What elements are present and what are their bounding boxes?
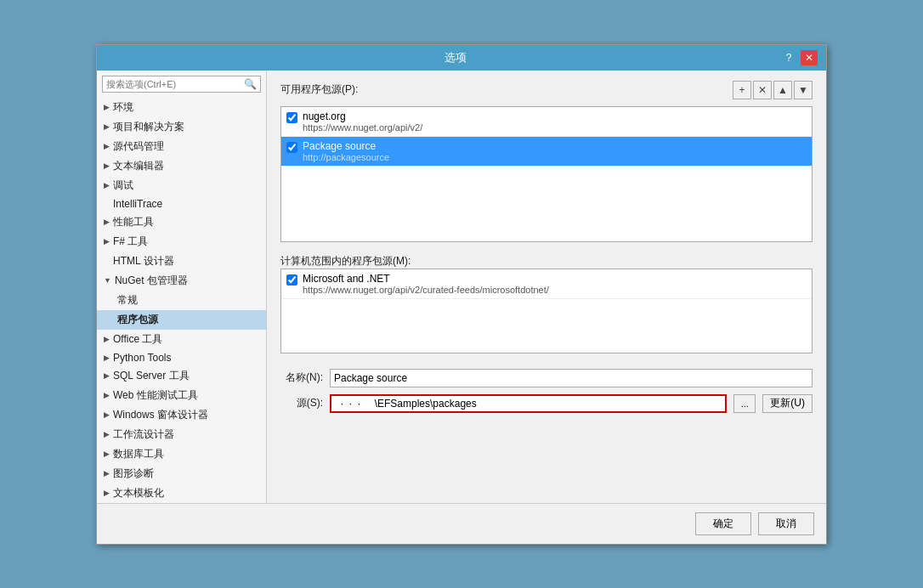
sidebar-item-label: 图形诊断 <box>113 466 154 481</box>
ok-button[interactable]: 确定 <box>695 512 751 535</box>
available-section: 可用程序包源(P): + ✕ ▲ ▼ nuget.org https://www… <box>280 81 813 242</box>
sidebar-item-label: 性能工具 <box>113 215 154 229</box>
name-label: 名称(N): <box>280 370 323 385</box>
sidebar-item-database[interactable]: ▶数据库工具 <box>97 444 266 464</box>
sidebar-item-label: Office 工具 <box>113 332 162 347</box>
sidebar-item-nuget[interactable]: ▼NuGet 包管理器 <box>97 271 266 291</box>
arrow-icon: ▶ <box>104 142 110 150</box>
machine-section: 计算机范围内的程序包源(M): Microsoft and .NET https… <box>280 254 813 353</box>
sidebar-item-nuget-general[interactable]: 常规 <box>97 291 266 310</box>
sidebar-item-env[interactable]: ▶环境 <box>97 98 266 117</box>
source-input[interactable] <box>330 394 727 413</box>
dialog-footer: 确定 取消 <box>97 503 826 544</box>
arrow-icon: ▶ <box>104 237 110 246</box>
pkg-name-custom: Package source <box>303 140 389 152</box>
sidebar-item-fsharp[interactable]: ▶F# 工具 <box>97 232 266 252</box>
arrow-icon: ▶ <box>104 430 110 438</box>
pkg-checkbox-custom[interactable] <box>286 142 297 153</box>
arrow-icon: ▶ <box>104 122 110 131</box>
sidebar-item-source[interactable]: ▶源代码管理 <box>97 137 266 156</box>
search-input[interactable] <box>106 79 244 89</box>
sidebar-item-template[interactable]: ▶文本模板化 <box>97 483 266 503</box>
arrow-icon: ▶ <box>104 103 110 111</box>
sidebar-item-label: 环境 <box>113 100 133 115</box>
arrow-icon: ▶ <box>104 489 110 497</box>
sidebar-item-project[interactable]: ▶项目和解决方案 <box>97 117 266 137</box>
machine-package-row-msdn[interactable]: Microsoft and .NET https://www.nuget.org… <box>281 269 812 299</box>
bottom-form: 名称(N): 源(S): ... 更新(U) <box>280 369 813 413</box>
machine-label: 计算机范围内的程序包源(M): <box>280 255 411 267</box>
pkg-info-custom: Package source http://packagesource <box>303 140 389 162</box>
sidebar-item-label: 常规 <box>117 293 138 308</box>
machine-pkg-checkbox-msdn[interactable] <box>286 274 297 286</box>
sidebar-item-label: 数据库工具 <box>113 447 164 461</box>
sidebar-item-label: HTML 设计器 <box>113 254 174 269</box>
add-source-button[interactable]: + <box>733 81 751 99</box>
sidebar-item-label: 程序包源 <box>117 313 158 327</box>
sidebar-item-label: F# 工具 <box>113 235 148 249</box>
name-row: 名称(N): <box>280 369 813 387</box>
sidebar: 🔍 ▶环境▶项目和解决方案▶源代码管理▶文本编辑器▶调试▶IntelliTrac… <box>97 71 267 503</box>
arrow-icon: ▶ <box>104 391 110 399</box>
pkg-checkbox-nuget[interactable] <box>286 112 297 123</box>
name-input[interactable] <box>330 369 813 387</box>
package-row-nuget[interactable]: nuget.org https://www.nuget.org/api/v2/ <box>281 107 812 137</box>
close-button[interactable]: ✕ <box>801 50 818 65</box>
move-up-button[interactable]: ▲ <box>773 81 792 99</box>
toolbar: + ✕ ▲ ▼ <box>733 81 813 99</box>
package-row-custom[interactable]: Package source http://packagesource <box>281 137 812 167</box>
sidebar-item-texteditor[interactable]: ▶文本编辑器 <box>97 156 266 176</box>
arrow-icon: ▶ <box>104 371 110 380</box>
source-label: 源(S): <box>280 396 323 410</box>
help-button[interactable]: ? <box>780 50 797 65</box>
sidebar-item-python[interactable]: ▶Python Tools <box>97 349 266 366</box>
sidebar-item-office[interactable]: ▶Office 工具 <box>97 330 266 349</box>
sidebar-item-label: 项目和解决方案 <box>113 120 184 134</box>
sidebar-tree: ▶环境▶项目和解决方案▶源代码管理▶文本编辑器▶调试▶IntelliTrace▶… <box>97 98 266 503</box>
arrow-icon: ▶ <box>104 353 110 362</box>
available-package-list: nuget.org https://www.nuget.org/api/v2/ … <box>280 106 813 242</box>
title-bar: 选项 ? ✕ <box>97 45 826 71</box>
machine-pkg-name-msdn: Microsoft and .NET <box>303 273 549 285</box>
options-dialog: 选项 ? ✕ 🔍 ▶环境▶项目和解决方案▶源代码管理▶文本编辑器▶调试▶Inte… <box>96 44 827 545</box>
arrow-icon: ▼ <box>104 276 111 285</box>
search-icon[interactable]: 🔍 <box>244 78 257 90</box>
arrow-icon: ▶ <box>104 410 110 419</box>
pkg-url-custom: http://packagesource <box>303 152 389 162</box>
dialog-title: 选项 <box>131 50 780 65</box>
sidebar-item-label: Web 性能测试工具 <box>113 388 198 403</box>
cancel-button[interactable]: 取消 <box>758 512 814 535</box>
pkg-info-nuget: nuget.org https://www.nuget.org/api/v2/ <box>303 110 422 133</box>
search-box[interactable]: 🔍 <box>102 76 261 93</box>
sidebar-item-label: 工作流设计器 <box>113 427 174 442</box>
sidebar-item-label: 文本模板化 <box>113 486 164 500</box>
sidebar-item-webperf[interactable]: ▶Web 性能测试工具 <box>97 386 266 405</box>
title-bar-buttons: ? ✕ <box>780 50 818 65</box>
arrow-icon: ▶ <box>104 218 110 226</box>
pkg-name-nuget: nuget.org <box>303 110 422 122</box>
sidebar-item-graphics[interactable]: ▶图形诊断 <box>97 464 266 483</box>
arrow-icon: ▶ <box>104 469 110 478</box>
pkg-url-nuget: https://www.nuget.org/api/v2/ <box>303 122 422 133</box>
sidebar-item-debug[interactable]: ▶调试 <box>97 176 266 195</box>
sidebar-item-winforms[interactable]: ▶Windows 窗体设计器 <box>97 405 266 425</box>
sidebar-item-label: Windows 窗体设计器 <box>113 408 208 422</box>
move-down-button[interactable]: ▼ <box>794 81 813 99</box>
sidebar-item-workflow[interactable]: ▶工作流设计器 <box>97 425 266 444</box>
arrow-icon: ▶ <box>104 161 110 170</box>
remove-source-button[interactable]: ✕ <box>753 81 772 99</box>
available-label: 可用程序包源(P): <box>280 82 358 97</box>
sidebar-item-label: 源代码管理 <box>113 139 164 154</box>
arrow-icon: ▶ <box>104 181 110 189</box>
sidebar-item-nuget-sources[interactable]: 程序包源 <box>97 310 266 330</box>
machine-pkg-info-msdn: Microsoft and .NET https://www.nuget.org… <box>303 273 549 295</box>
browse-button[interactable]: ... <box>733 394 756 413</box>
sidebar-item-sqlserver[interactable]: ▶SQL Server 工具 <box>97 366 266 386</box>
machine-package-list: Microsoft and .NET https://www.nuget.org… <box>280 269 813 353</box>
sidebar-item-perftools[interactable]: ▶性能工具 <box>97 212 266 232</box>
sidebar-item-intellitrace[interactable]: ▶IntelliTrace <box>97 195 266 212</box>
sidebar-item-htmldesigner[interactable]: ▶HTML 设计器 <box>97 252 266 271</box>
update-button[interactable]: 更新(U) <box>762 394 813 413</box>
source-row: 源(S): ... 更新(U) <box>280 394 813 413</box>
sidebar-item-label: NuGet 包管理器 <box>115 274 188 288</box>
